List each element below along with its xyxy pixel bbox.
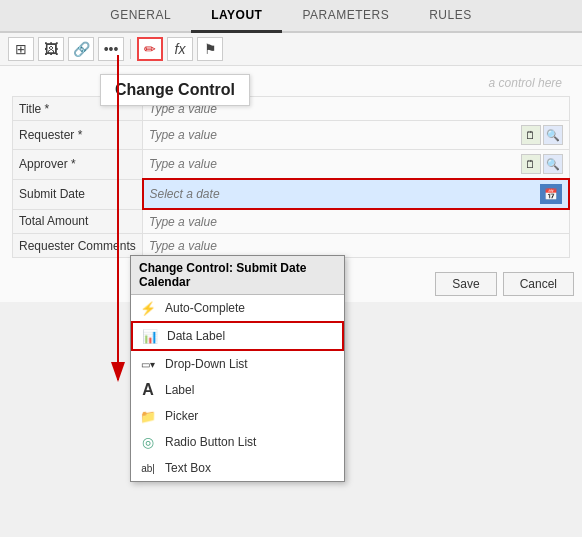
- menu-item-dropdown[interactable]: ▭▾ Drop-Down List: [131, 351, 344, 377]
- menu-item-label: Picker: [165, 409, 198, 423]
- change-control-icon[interactable]: ✏: [137, 37, 163, 61]
- menu-item-label: Auto-Complete: [165, 301, 245, 315]
- formula-icon[interactable]: fx: [167, 37, 193, 61]
- requester-search-icon[interactable]: 🔍: [543, 125, 563, 145]
- menu-item-label[interactable]: A Label: [131, 377, 344, 403]
- form-table: Title * Requester * 🗒 🔍 Approver *: [12, 96, 570, 258]
- comments-input[interactable]: [149, 239, 563, 253]
- tooltip-label: Change Control: [115, 81, 235, 98]
- field-cell-submit-date: 📅: [143, 179, 570, 209]
- field-cell-approver: 🗒 🔍: [143, 150, 570, 180]
- field-label-total-amount: Total Amount: [13, 209, 143, 234]
- table-row: Requester * 🗒 🔍: [13, 121, 570, 150]
- menu-item-datalabel[interactable]: 📊 Data Label: [131, 321, 344, 351]
- field-cell-total-amount: [143, 209, 570, 234]
- textbox-icon: ab|: [139, 460, 157, 476]
- label-icon: A: [139, 382, 157, 398]
- radio-icon: ◎: [139, 434, 157, 450]
- menu-item-label: Radio Button List: [165, 435, 256, 449]
- tab-rules[interactable]: RULES: [409, 0, 492, 31]
- table-row: Approver * 🗒 🔍: [13, 150, 570, 180]
- picker-icon: 📁: [139, 408, 157, 424]
- field-label-requester: Requester *: [13, 121, 143, 150]
- field-label-approver: Approver *: [13, 150, 143, 180]
- field-cell-comments: [143, 234, 570, 258]
- field-label-comments: Requester Comments: [13, 234, 143, 258]
- requester-lookup-icon[interactable]: 🗒: [521, 125, 541, 145]
- total-amount-input[interactable]: [149, 215, 563, 229]
- calendar-icon[interactable]: 📅: [540, 184, 562, 204]
- table-row: Requester Comments: [13, 234, 570, 258]
- flag-icon[interactable]: ⚑: [197, 37, 223, 61]
- tooltip-box: Change Control: [100, 74, 250, 106]
- context-menu-title: Change Control: Submit Date Calendar: [131, 256, 344, 295]
- drop-hint: a control here: [12, 74, 570, 96]
- link-icon[interactable]: 🔗: [68, 37, 94, 61]
- more-icon[interactable]: •••: [98, 37, 124, 61]
- cancel-button[interactable]: Cancel: [503, 272, 574, 296]
- menu-item-autocomplete[interactable]: ⚡ Auto-Complete: [131, 295, 344, 321]
- datalabel-icon: 📊: [141, 328, 159, 344]
- autocomplete-icon: ⚡: [139, 300, 157, 316]
- field-cell-requester: 🗒 🔍: [143, 121, 570, 150]
- tab-layout[interactable]: LAYOUT: [191, 0, 282, 33]
- menu-item-label: Drop-Down List: [165, 357, 248, 371]
- table-row: Title *: [13, 97, 570, 121]
- menu-item-picker[interactable]: 📁 Picker: [131, 403, 344, 429]
- table-row: Total Amount: [13, 209, 570, 234]
- toolbar: ⊞ 🖼 🔗 ••• ✏ fx ⚑: [0, 33, 582, 66]
- table-row: Submit Date 📅: [13, 179, 570, 209]
- tab-general[interactable]: GENERAL: [90, 0, 191, 31]
- menu-item-label: Text Box: [165, 461, 211, 475]
- save-button[interactable]: Save: [435, 272, 496, 296]
- submit-date-input[interactable]: [150, 187, 539, 201]
- tab-parameters[interactable]: PARAMETERS: [282, 0, 409, 31]
- requester-input[interactable]: [149, 128, 519, 142]
- top-nav: GENERAL LAYOUT PARAMETERS RULES: [0, 0, 582, 33]
- context-menu: Change Control: Submit Date Calendar ⚡ A…: [130, 255, 345, 482]
- menu-item-textbox[interactable]: ab| Text Box: [131, 455, 344, 481]
- menu-item-label: Label: [165, 383, 194, 397]
- image-icon[interactable]: 🖼: [38, 37, 64, 61]
- menu-item-label: Data Label: [167, 329, 225, 343]
- grid-icon[interactable]: ⊞: [8, 37, 34, 61]
- field-label-submit-date: Submit Date: [13, 179, 143, 209]
- main-area: Change Control a control here Title * Re…: [0, 66, 582, 266]
- approver-lookup-icon[interactable]: 🗒: [521, 154, 541, 174]
- menu-item-radio[interactable]: ◎ Radio Button List: [131, 429, 344, 455]
- approver-input[interactable]: [149, 157, 519, 171]
- separator: [130, 39, 131, 59]
- dropdown-icon: ▭▾: [139, 356, 157, 372]
- approver-search-icon[interactable]: 🔍: [543, 154, 563, 174]
